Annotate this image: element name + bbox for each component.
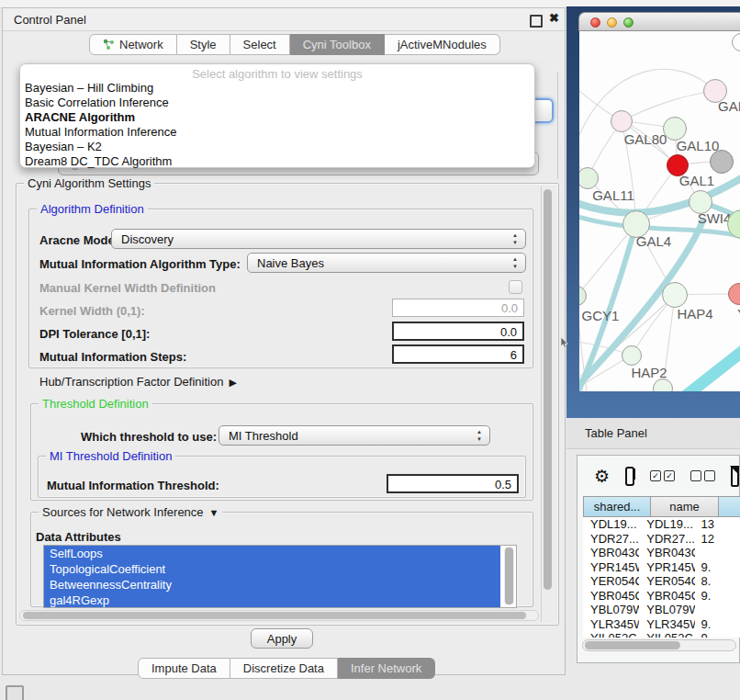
tab-discretize-data[interactable]: Discretize Data (230, 658, 338, 679)
data-attributes-label: Data Attributes (36, 530, 121, 544)
network-node[interactable] (710, 150, 734, 174)
dropdown-item[interactable]: Bayesian – Hill Climbing (20, 81, 534, 96)
dropdown-item[interactable]: Dream8 DC_TDC Algorithm (20, 154, 534, 169)
window-minimize-button[interactable] (607, 17, 617, 28)
window-zoom-button[interactable] (623, 17, 633, 28)
table-cell: 12 (695, 532, 740, 547)
table-cell: 9. (695, 617, 740, 632)
table-cell: YPR145W (583, 560, 639, 575)
attributes-list-scrollbar[interactable] (504, 547, 514, 605)
aracne-mode-combobox[interactable]: Discovery ▲▼ (111, 229, 526, 249)
mi-threshold-label: Mutual Information Threshold: (47, 479, 219, 492)
node-label: GAL1 (679, 173, 714, 188)
float-panel-icon[interactable] (530, 15, 543, 28)
table-cell: YBR043C (639, 546, 695, 560)
grid-corner-icon[interactable] (6, 685, 24, 700)
table-cell: YBR043C (583, 546, 639, 560)
table-cell: YDR27... (583, 532, 639, 547)
tab-infer-network[interactable]: Infer Network (338, 658, 435, 679)
attribute-list-item[interactable]: gal4RGexp (44, 593, 500, 608)
tab-style[interactable]: Style (177, 34, 230, 55)
table-cell: 9 (695, 631, 740, 638)
settings-horizontal-scrollbar[interactable] (19, 610, 539, 621)
settings-scrollbar-thumb[interactable] (544, 189, 552, 590)
settings-gear-icon[interactable]: ⚙ (594, 466, 610, 487)
dropdown-placeholder: Select algorithm to view settings (20, 67, 534, 81)
table-cell: 8. (695, 574, 740, 589)
threshold-definition-title: Threshold Definition (39, 397, 152, 411)
attribute-list-item[interactable]: TopologicalCoefficient (44, 561, 500, 577)
chevron-down-icon: ▼ (209, 507, 219, 518)
which-threshold-combobox[interactable]: MI Threshold ▲▼ (219, 425, 490, 446)
network-node-hap2[interactable] (622, 345, 642, 366)
sources-title-text: Sources for Network Inference (42, 505, 204, 519)
column-header[interactable]: A (719, 496, 740, 517)
table-row[interactable]: YLR345WYLR345W9. (583, 617, 740, 632)
stepper-icon: ▲▼ (510, 255, 520, 270)
table-cell (695, 546, 740, 560)
cyni-bottom-tab-bar: Impute DataDiscretize DataInfer Network (138, 658, 435, 679)
mi-threshold-field[interactable]: 0.5 (387, 474, 519, 493)
table-row[interactable]: YBR043CYBR043C (583, 546, 740, 560)
dropdown-item[interactable]: Bayesian – K2 (20, 140, 534, 154)
manual-kernel-checkbox[interactable] (509, 280, 522, 294)
tab-cyni-toolbox[interactable]: Cyni Toolbox (290, 34, 385, 55)
table-row[interactable]: YBR045CYBR045C9. (583, 589, 740, 604)
table-row[interactable]: YDR27...YDR27...12 (583, 532, 740, 547)
column-header[interactable]: shared... (583, 496, 651, 517)
dpi-tolerance-field[interactable]: 0.0 (392, 322, 524, 341)
node-label: HAP4 (677, 306, 712, 322)
mi-type-combobox[interactable]: Naive Bayes ▲▼ (247, 253, 526, 273)
table-cell: YIL052C (583, 631, 639, 638)
table-row[interactable]: YPR145WYPR145W9. (583, 560, 740, 575)
table-cell: YLR345W (583, 617, 639, 632)
sources-group-title[interactable]: Sources for Network Inference▼ (39, 505, 222, 519)
tab-label: Network (119, 34, 163, 55)
node-label: HAP2 (631, 365, 667, 380)
mi-steps-field[interactable]: 6 (392, 344, 524, 364)
dropdown-item[interactable]: Basic Correlation Inference (20, 96, 534, 110)
data-attributes-list[interactable]: SelfLoopsTopologicalCoefficientBetweenne… (43, 545, 517, 608)
which-threshold-label: Which threshold to use: (81, 430, 217, 444)
mi-steps-label: Mutual Information Steps: (39, 350, 186, 364)
network-canvas[interactable]: GALGAL80GAL10GAL1GAL11SWI4GAL4GCY1HAP4YH… (579, 31, 740, 391)
column-header[interactable]: name (651, 496, 719, 517)
apply-button[interactable]: Apply (251, 628, 313, 649)
table-row[interactable]: YIL052CYIL052C9 (583, 631, 740, 638)
which-threshold-value: MI Threshold (229, 429, 298, 443)
table-panel-title: Table Panel (585, 426, 647, 440)
table-row[interactable]: YDL19...YDL19...13 (583, 517, 740, 532)
window-close-button[interactable] (590, 17, 600, 28)
mi-threshold-group-title: MI Threshold Definition (46, 449, 175, 463)
table-cell: YPR145W (639, 560, 695, 575)
table-cell: YIL052C (639, 631, 695, 638)
network-node-gal80[interactable] (611, 110, 633, 132)
dropdown-item[interactable]: ARACNE Algorithm (20, 110, 534, 125)
control-panel-titlebar: Control Panel ✖ (3, 8, 565, 31)
table-cell: 9. (695, 560, 740, 575)
tab-network[interactable]: Network (89, 34, 177, 55)
hide-columns-icon[interactable] (690, 470, 715, 481)
network-window-titlebar[interactable] (578, 12, 740, 31)
network-node-hap4[interactable] (662, 282, 688, 308)
kernel-width-field[interactable]: 0.0 (392, 299, 524, 317)
table-cell: YDL19... (639, 517, 695, 532)
attribute-list-item[interactable]: BetweennessCentrality (44, 577, 500, 593)
table-cell: YDR27... (639, 532, 695, 547)
column-layout-icon[interactable] (625, 467, 634, 486)
tab-jactivemnodules[interactable]: jActiveMNodules (385, 34, 500, 55)
tab-impute-data[interactable]: Impute Data (138, 658, 230, 679)
close-panel-icon[interactable]: ✖ (549, 11, 559, 25)
table-row[interactable]: YBL079WYBL079W (583, 603, 740, 617)
tab-select[interactable]: Select (230, 34, 290, 55)
table-row[interactable]: YER054CYER054C8. (583, 574, 740, 589)
table-horizontal-scrollbar[interactable] (582, 639, 736, 651)
node-label: GAL10 (677, 138, 720, 153)
attribute-list-item[interactable]: SelfLoops (44, 546, 500, 561)
show-columns-icon[interactable]: ✓✓ (650, 470, 675, 481)
table-cell: YBL079W (583, 603, 639, 617)
create-column-icon[interactable] (731, 466, 739, 487)
dropdown-item[interactable]: Mutual Information Inference (20, 125, 534, 140)
node-label: GAL80 (624, 131, 667, 147)
hub-definition-expander[interactable]: Hub/Transcription Factor Definition▶ (39, 375, 237, 389)
